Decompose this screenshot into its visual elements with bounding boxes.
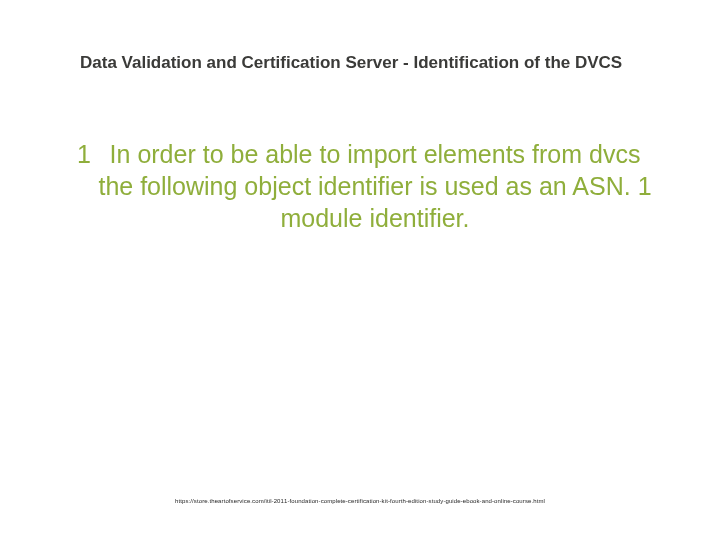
slide-body: 1 In order to be able to import elements…	[90, 138, 660, 234]
bullet-number: 1	[73, 138, 91, 170]
footer-url: https://store.theartofservice.com/itil-2…	[0, 498, 720, 504]
body-wrap: 1 In order to be able to import elements…	[95, 138, 655, 234]
body-paragraph: In order to be able to import elements f…	[98, 140, 651, 232]
slide: Data Validation and Certification Server…	[0, 0, 720, 540]
slide-title: Data Validation and Certification Server…	[80, 52, 660, 74]
